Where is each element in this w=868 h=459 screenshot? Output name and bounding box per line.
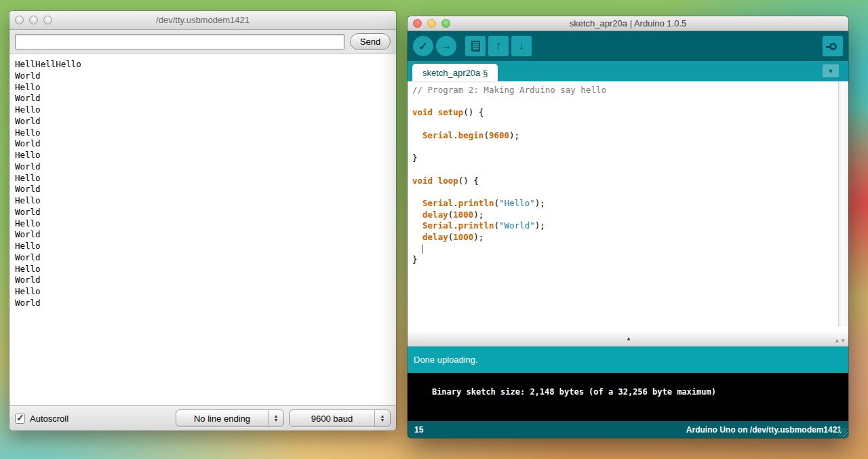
serial-monitor-titlebar[interactable]: /dev/tty.usbmodem1421 (9, 11, 396, 30)
tab-list-dropdown[interactable]: ▼ (823, 64, 839, 77)
ide-editor-area: // Program 2: Making Arduino say hello v… (408, 81, 848, 327)
serial-monitor-bottombar: ✓ Autoscroll No line ending ▲▼ 9600 baud… (9, 405, 396, 431)
open-sketch-button[interactable]: ↑ (488, 36, 509, 56)
horizontal-scrollbar[interactable]: ▲ ▲▼ (408, 327, 848, 346)
window-title: sketch_apr20a | Arduino 1.0.5 (408, 18, 848, 28)
arrow-right-icon: → (441, 39, 452, 53)
chevron-down-icon: ▼ (828, 68, 834, 75)
check-icon: ✓ (418, 39, 428, 54)
tab-label: sketch_apr20a § (422, 68, 488, 78)
document-icon (471, 41, 480, 52)
verify-button[interactable]: ✓ (413, 36, 433, 56)
arrow-up-icon: ↑ (496, 39, 502, 53)
line-ending-select[interactable]: No line ending ▲▼ (176, 410, 284, 427)
serial-monitor-window: /dev/tty.usbmodem1421 Send HellHellHello… (9, 11, 396, 431)
send-button[interactable]: Send (350, 33, 391, 50)
stepper-arrows-icon: ▲▼ (268, 410, 283, 426)
tab-sketch-apr20a[interactable]: sketch_apr20a § (412, 64, 498, 81)
send-row: Send (9, 30, 396, 54)
vertical-scrollbar[interactable] (838, 81, 848, 327)
ide-statusbar: 15 Arduino Uno on /dev/tty.usbmodem1421 (408, 421, 848, 438)
serial-output[interactable]: HellHellHello World Hello World Hello Wo… (9, 54, 396, 405)
autoscroll-label: Autoscroll (30, 414, 68, 424)
serial-monitor-button[interactable] (823, 36, 843, 56)
baud-rate-select[interactable]: 9600 baud ▲▼ (289, 410, 391, 427)
new-sketch-button[interactable] (465, 36, 486, 56)
minimize-button[interactable] (29, 16, 38, 24)
board-port-indicator: Arduino Uno on /dev/tty.usbmodem1421 (686, 425, 842, 435)
close-button[interactable] (15, 16, 24, 24)
stepper-arrows-icon: ▲▼ (374, 410, 390, 426)
ide-status-strip: Done uploading. (408, 346, 848, 373)
line-ending-value: No line ending (176, 414, 268, 424)
console-output: Binary sketch size: 2,148 bytes (of a 32… (432, 387, 716, 397)
save-sketch-button[interactable]: ↓ (511, 36, 532, 56)
ide-toolbar: ✓ → ↑ ↓ (408, 31, 848, 61)
autoscroll-checkbox[interactable]: ✓ (15, 414, 25, 424)
scrollbar-arrows-icon[interactable]: ▲▼ (834, 338, 846, 344)
zoom-button[interactable] (441, 19, 450, 28)
minimize-button[interactable] (427, 19, 436, 28)
magnifier-icon (829, 43, 837, 50)
scroll-caret-icon: ▲ (626, 336, 631, 342)
arrow-down-icon: ↓ (519, 39, 525, 53)
close-button[interactable] (413, 19, 422, 28)
window-title: /dev/tty.usbmodem1421 (9, 15, 396, 25)
ide-titlebar[interactable]: sketch_apr20a | Arduino 1.0.5 (408, 16, 848, 31)
baud-rate-value: 9600 baud (290, 414, 374, 424)
ide-console: Binary sketch size: 2,148 bytes (of a 32… (408, 373, 848, 421)
line-number-indicator: 15 (414, 425, 423, 435)
zoom-button[interactable] (43, 16, 52, 24)
code-editor[interactable]: // Program 2: Making Arduino say hello v… (408, 81, 838, 327)
upload-button[interactable]: → (436, 36, 456, 56)
checkmark-icon: ✓ (16, 412, 24, 423)
arduino-ide-window: sketch_apr20a | Arduino 1.0.5 ✓ → ↑ ↓ sk… (408, 16, 848, 438)
serial-send-input[interactable] (15, 34, 344, 49)
status-message: Done uploading. (414, 355, 478, 365)
resize-grip[interactable] (838, 428, 848, 437)
ide-tabbar: sketch_apr20a § ▼ (408, 61, 848, 81)
